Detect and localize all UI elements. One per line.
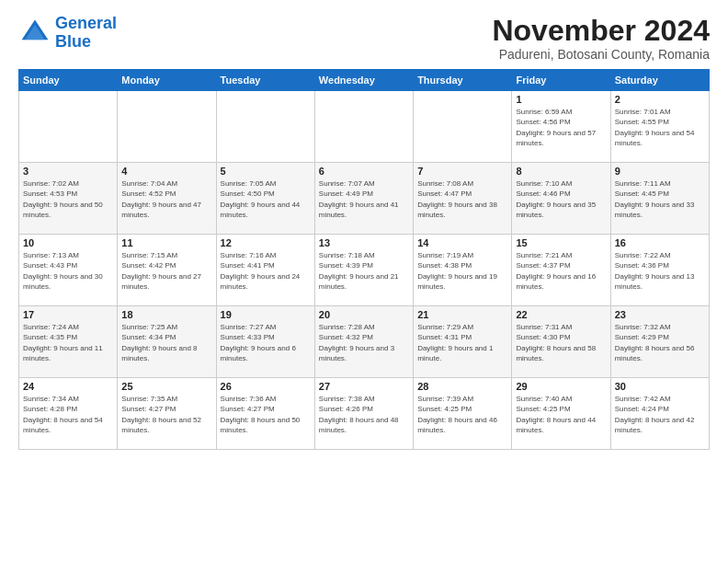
week-row-5: 24Sunrise: 7:34 AM Sunset: 4:28 PM Dayli…: [19, 378, 710, 450]
day-cell: 1Sunrise: 6:59 AM Sunset: 4:56 PM Daylig…: [512, 91, 610, 163]
week-row-2: 3Sunrise: 7:02 AM Sunset: 4:53 PM Daylig…: [19, 163, 710, 235]
logo-icon: [18, 17, 51, 50]
day-info: Sunrise: 7:07 AM Sunset: 4:49 PM Dayligh…: [319, 178, 409, 220]
day-cell: 23Sunrise: 7:32 AM Sunset: 4:29 PM Dayli…: [610, 306, 709, 378]
day-cell: 7Sunrise: 7:08 AM Sunset: 4:47 PM Daylig…: [414, 163, 512, 235]
day-cell: 20Sunrise: 7:28 AM Sunset: 4:32 PM Dayli…: [314, 306, 413, 378]
day-cell: 16Sunrise: 7:22 AM Sunset: 4:36 PM Dayli…: [610, 235, 709, 306]
day-info: Sunrise: 7:22 AM Sunset: 4:36 PM Dayligh…: [615, 250, 705, 292]
day-number: 3: [23, 166, 113, 177]
day-number: 24: [23, 381, 113, 392]
logo: General Blue: [18, 15, 117, 52]
day-number: 30: [615, 381, 705, 392]
day-info: Sunrise: 7:32 AM Sunset: 4:29 PM Dayligh…: [615, 322, 705, 363]
day-info: Sunrise: 7:35 AM Sunset: 4:27 PM Dayligh…: [121, 394, 211, 435]
header-row: SundayMondayTuesdayWednesdayThursdayFrid…: [19, 70, 710, 91]
page: General Blue November 2024 Padureni, Bot…: [0, 0, 728, 563]
day-number: 22: [516, 309, 606, 320]
day-number: 28: [417, 381, 507, 392]
day-number: 8: [516, 166, 606, 177]
day-number: 1: [516, 94, 606, 105]
week-row-4: 17Sunrise: 7:24 AM Sunset: 4:35 PM Dayli…: [19, 306, 710, 378]
day-info: Sunrise: 7:16 AM Sunset: 4:41 PM Dayligh…: [221, 250, 311, 292]
day-cell: 27Sunrise: 7:38 AM Sunset: 4:26 PM Dayli…: [314, 378, 413, 450]
day-number: 29: [516, 381, 606, 392]
day-number: 9: [615, 166, 705, 177]
month-title: November 2024: [492, 15, 710, 47]
day-number: 14: [417, 237, 507, 248]
day-info: Sunrise: 7:15 AM Sunset: 4:42 PM Dayligh…: [121, 250, 211, 292]
day-number: 27: [319, 381, 409, 392]
day-info: Sunrise: 7:13 AM Sunset: 4:43 PM Dayligh…: [23, 250, 113, 292]
day-cell: 18Sunrise: 7:25 AM Sunset: 4:34 PM Dayli…: [118, 306, 216, 378]
header-cell-thursday: Thursday: [414, 70, 512, 91]
day-info: Sunrise: 7:10 AM Sunset: 4:46 PM Dayligh…: [516, 178, 606, 220]
logo-text: General Blue: [55, 15, 117, 52]
day-cell: 21Sunrise: 7:29 AM Sunset: 4:31 PM Dayli…: [414, 306, 512, 378]
day-cell: 3Sunrise: 7:02 AM Sunset: 4:53 PM Daylig…: [19, 163, 118, 235]
day-info: Sunrise: 7:42 AM Sunset: 4:24 PM Dayligh…: [615, 394, 705, 435]
day-cell: 2Sunrise: 7:01 AM Sunset: 4:55 PM Daylig…: [610, 91, 709, 163]
day-number: 23: [615, 309, 705, 320]
day-number: 11: [121, 237, 211, 248]
day-cell: 11Sunrise: 7:15 AM Sunset: 4:42 PM Dayli…: [118, 235, 216, 306]
day-info: Sunrise: 7:40 AM Sunset: 4:25 PM Dayligh…: [516, 394, 606, 435]
calendar-table: SundayMondayTuesdayWednesdayThursdayFrid…: [18, 69, 710, 450]
week-row-1: 1Sunrise: 6:59 AM Sunset: 4:56 PM Daylig…: [19, 91, 710, 163]
day-cell: 6Sunrise: 7:07 AM Sunset: 4:49 PM Daylig…: [314, 163, 413, 235]
day-info: Sunrise: 7:02 AM Sunset: 4:53 PM Dayligh…: [23, 178, 113, 220]
day-number: 12: [221, 237, 311, 248]
day-info: Sunrise: 6:59 AM Sunset: 4:56 PM Dayligh…: [516, 107, 606, 148]
day-cell: 19Sunrise: 7:27 AM Sunset: 4:33 PM Dayli…: [216, 306, 314, 378]
day-cell: 5Sunrise: 7:05 AM Sunset: 4:50 PM Daylig…: [216, 163, 314, 235]
day-cell: 17Sunrise: 7:24 AM Sunset: 4:35 PM Dayli…: [19, 306, 118, 378]
day-cell: 26Sunrise: 7:36 AM Sunset: 4:27 PM Dayli…: [216, 378, 314, 450]
day-cell: [216, 91, 314, 163]
day-number: 7: [417, 166, 507, 177]
day-cell: [118, 91, 216, 163]
header-cell-sunday: Sunday: [19, 70, 118, 91]
header-cell-saturday: Saturday: [610, 70, 709, 91]
week-row-3: 10Sunrise: 7:13 AM Sunset: 4:43 PM Dayli…: [19, 235, 710, 306]
day-number: 15: [516, 237, 606, 248]
day-cell: 13Sunrise: 7:18 AM Sunset: 4:39 PM Dayli…: [314, 235, 413, 306]
title-area: November 2024 Padureni, Botosani County,…: [492, 15, 710, 62]
day-cell: 8Sunrise: 7:10 AM Sunset: 4:46 PM Daylig…: [512, 163, 610, 235]
header-cell-friday: Friday: [512, 70, 610, 91]
day-cell: 24Sunrise: 7:34 AM Sunset: 4:28 PM Dayli…: [19, 378, 118, 450]
day-info: Sunrise: 7:21 AM Sunset: 4:37 PM Dayligh…: [516, 250, 606, 292]
day-cell: [314, 91, 413, 163]
day-number: 5: [221, 166, 311, 177]
day-cell: 4Sunrise: 7:04 AM Sunset: 4:52 PM Daylig…: [118, 163, 216, 235]
day-number: 20: [319, 309, 409, 320]
day-info: Sunrise: 7:28 AM Sunset: 4:32 PM Dayligh…: [319, 322, 409, 363]
day-cell: 30Sunrise: 7:42 AM Sunset: 4:24 PM Dayli…: [610, 378, 709, 450]
day-number: 18: [121, 309, 211, 320]
day-number: 26: [221, 381, 311, 392]
day-cell: [414, 91, 512, 163]
header: General Blue November 2024 Padureni, Bot…: [18, 15, 710, 62]
day-info: Sunrise: 7:08 AM Sunset: 4:47 PM Dayligh…: [417, 178, 507, 220]
header-cell-wednesday: Wednesday: [314, 70, 413, 91]
day-number: 10: [23, 237, 113, 248]
day-info: Sunrise: 7:38 AM Sunset: 4:26 PM Dayligh…: [319, 394, 409, 435]
day-info: Sunrise: 7:24 AM Sunset: 4:35 PM Dayligh…: [23, 322, 113, 363]
location: Padureni, Botosani County, Romania: [492, 47, 710, 62]
day-cell: 12Sunrise: 7:16 AM Sunset: 4:41 PM Dayli…: [216, 235, 314, 306]
day-info: Sunrise: 7:27 AM Sunset: 4:33 PM Dayligh…: [221, 322, 311, 363]
day-number: 21: [417, 309, 507, 320]
day-info: Sunrise: 7:34 AM Sunset: 4:28 PM Dayligh…: [23, 394, 113, 435]
day-number: 16: [615, 237, 705, 248]
day-info: Sunrise: 7:29 AM Sunset: 4:31 PM Dayligh…: [417, 322, 507, 363]
day-info: Sunrise: 7:39 AM Sunset: 4:25 PM Dayligh…: [417, 394, 507, 435]
day-info: Sunrise: 7:31 AM Sunset: 4:30 PM Dayligh…: [516, 322, 606, 363]
day-info: Sunrise: 7:04 AM Sunset: 4:52 PM Dayligh…: [121, 178, 211, 220]
day-cell: 15Sunrise: 7:21 AM Sunset: 4:37 PM Dayli…: [512, 235, 610, 306]
day-cell: 25Sunrise: 7:35 AM Sunset: 4:27 PM Dayli…: [118, 378, 216, 450]
day-cell: 22Sunrise: 7:31 AM Sunset: 4:30 PM Dayli…: [512, 306, 610, 378]
day-info: Sunrise: 7:19 AM Sunset: 4:38 PM Dayligh…: [417, 250, 507, 292]
day-number: 13: [319, 237, 409, 248]
day-info: Sunrise: 7:11 AM Sunset: 4:45 PM Dayligh…: [615, 178, 705, 220]
day-info: Sunrise: 7:18 AM Sunset: 4:39 PM Dayligh…: [319, 250, 409, 292]
header-cell-tuesday: Tuesday: [216, 70, 314, 91]
